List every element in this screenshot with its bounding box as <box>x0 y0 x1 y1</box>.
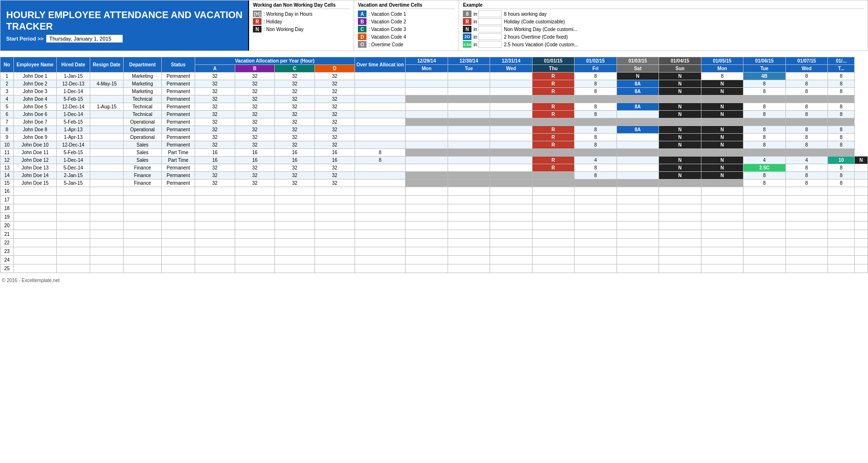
td-c: 32 <box>275 126 315 134</box>
main-table-wrapper: No Employee Name Hired Date Resign Date … <box>0 57 868 273</box>
td-a: 32 <box>195 80 235 88</box>
td-a: 32 <box>195 179 235 187</box>
footer: © 2016 - Exceltemplate.net <box>0 277 868 284</box>
table-row: 18 <box>0 204 868 213</box>
vacation-legend-title: Vacation and Overtime Cells <box>358 2 455 9</box>
td-hired: 2-Jan-15 <box>57 172 90 179</box>
td-a: 32 <box>195 118 235 126</box>
example-row-3: N in Non Working Day (Code customi... <box>463 26 864 32</box>
td-a: 32 <box>195 172 235 179</box>
legend-box-a: A <box>358 11 366 17</box>
table-row: 19 <box>0 213 868 221</box>
td-1231 <box>490 88 532 95</box>
header-section: HOURLY EMPLOYEE ATTENDANCE AND VACATION … <box>0 0 868 51</box>
td-0102: 8 <box>575 80 617 88</box>
td-b: 32 <box>235 164 275 172</box>
th-alloc-b: B <box>235 65 275 73</box>
td-name: John Doe 9 <box>14 134 57 141</box>
td-d: 32 <box>314 88 355 95</box>
example-row-2: R in Holiday (Code customizable) <box>463 18 864 25</box>
td-resign <box>90 157 124 164</box>
td-0101: R <box>532 88 574 95</box>
table-row: 11 John Doe 11 5-Feb-15 Sales Part Time … <box>0 149 868 157</box>
td-resign <box>90 134 124 141</box>
td-name: John Doe 10 <box>14 141 57 149</box>
legend-row-d: D : Vacation Code 4 <box>358 33 455 40</box>
legend-row-c: C : Vacation Code 3 <box>358 26 455 32</box>
td-name: John Doe 11 <box>14 149 57 157</box>
td-c: 32 <box>275 103 315 111</box>
legend-box-o: O <box>358 41 366 48</box>
start-period-row: Start Period >> Thursday, January 1, 201… <box>6 35 242 42</box>
td-d: 32 <box>314 134 355 141</box>
th-d0107: 01/07/15 <box>785 57 827 65</box>
th-d0104: 01/04/15 <box>659 57 701 65</box>
td-status: Permanent <box>162 103 195 111</box>
table-row: 15 John Doe 15 5-Jan-15 Finance Permanen… <box>0 179 868 187</box>
td-ot <box>355 95 406 103</box>
th-name: Employee Name <box>14 57 57 73</box>
td-01x: 8 <box>828 80 855 88</box>
td-1230 <box>448 80 490 88</box>
td-name: John Doe 6 <box>14 111 57 118</box>
td-b: 16 <box>235 157 275 164</box>
td-c: 32 <box>275 164 315 172</box>
td-dept: Finance <box>124 164 162 172</box>
td-status: Permanent <box>162 118 195 126</box>
td-0107: 8 <box>785 73 827 80</box>
table-row: 16 <box>0 187 868 196</box>
legend-row-h: [H] : Working Day in Hours <box>253 11 350 17</box>
main-title: HOURLY EMPLOYEE ATTENDANCE AND VACATION … <box>6 9 242 32</box>
td-status: Permanent <box>162 88 195 95</box>
td-hired: 1-Dec-14 <box>57 111 90 118</box>
td-a: 32 <box>195 126 235 134</box>
td-no: 5 <box>0 103 14 111</box>
legend-box-h: [H] <box>253 11 261 17</box>
td-ot <box>355 134 406 141</box>
th-alloc: Vacation Allocation per Year (Hour) <box>195 57 355 65</box>
td-1231 <box>490 73 532 80</box>
legend-section: Working dan Non Working Day Cells [H] : … <box>248 0 868 51</box>
td-dept: Operational <box>124 134 162 141</box>
td-d: 32 <box>314 126 355 134</box>
table-row: 25 <box>0 264 868 273</box>
td-name: John Doe 4 <box>14 95 57 103</box>
start-period-label: Start Period >> <box>6 36 43 42</box>
td-b: 32 <box>235 73 275 80</box>
td-name: John Doe 13 <box>14 164 57 172</box>
ex-box-2-5a: 2.5A <box>463 41 471 48</box>
attendance-table: No Employee Name Hired Date Resign Date … <box>0 57 868 273</box>
td-name: John Doe 3 <box>14 88 57 95</box>
th-day-1230: Tue <box>448 65 490 73</box>
td-resign <box>90 141 124 149</box>
td-name: John Doe 8 <box>14 126 57 134</box>
td-name: John Doe 12 <box>14 157 57 164</box>
th-d0105: 01/05/15 <box>701 57 743 65</box>
td-ot <box>355 118 406 126</box>
td-ot <box>355 103 406 111</box>
th-alloc-d: D <box>314 65 355 73</box>
th-d0106: 01/06/15 <box>743 57 785 65</box>
ex-box-2o: 2O <box>463 33 471 40</box>
td-0107: 8 <box>785 80 827 88</box>
table-row: 10 John Doe 10 12-Dec-14 Sales Permanent… <box>0 141 868 149</box>
td-a: 32 <box>195 164 235 172</box>
td-resign <box>90 179 124 187</box>
td-dept: Sales <box>124 149 162 157</box>
td-c: 16 <box>275 149 315 157</box>
th-d1230: 12/30/14 <box>448 57 490 65</box>
td-no: 7 <box>0 118 14 126</box>
td-no: 2 <box>0 80 14 88</box>
th-day-0105: Mon <box>701 65 743 73</box>
table-row: 6 John Doe 6 1-Dec-14 Technical Permanen… <box>0 111 868 118</box>
td-d: 32 <box>314 179 355 187</box>
td-resign <box>90 164 124 172</box>
td-name: John Doe 5 <box>14 103 57 111</box>
td-name: John Doe 15 <box>14 179 57 187</box>
td-no: 1 <box>0 73 14 80</box>
td-ot <box>355 73 406 80</box>
td-ot: 8 <box>355 149 406 157</box>
td-ot <box>355 141 406 149</box>
legend-row-r: R : Holiday <box>253 18 350 25</box>
td-hired: 5-Dec-14 <box>57 164 90 172</box>
